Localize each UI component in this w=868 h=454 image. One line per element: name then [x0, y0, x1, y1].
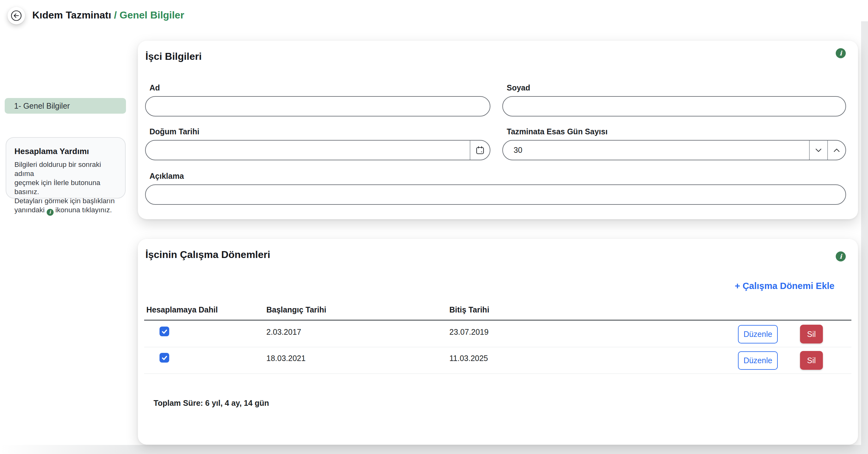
help-line-4a: yanındaki — [14, 206, 44, 214]
end-date: 11.03.2025 — [450, 354, 488, 363]
page-title-main: Kıdem Tazminatı — [32, 9, 111, 21]
info-icon[interactable]: i — [836, 252, 846, 261]
page: Kıdem Tazminatı / Genel Bilgiler 1- Gene… — [0, 0, 868, 454]
page-bottom-gutter — [0, 445, 868, 454]
chevron-down-icon[interactable] — [810, 147, 827, 154]
work-periods-title: İşcinin Çalışma Dönemleri — [146, 249, 270, 260]
include-checkbox[interactable] — [159, 353, 169, 363]
start-date: 2.03.2017 — [266, 327, 301, 336]
row-divider — [144, 347, 851, 347]
ad-input[interactable] — [145, 96, 490, 117]
add-work-period-link[interactable]: + Çalışma Dönemi Ekle — [735, 281, 834, 291]
field-dogum-tarihi: Doğum Tarihi — [145, 127, 490, 160]
gun-sayisi-label: Tazminata Esas Gün Sayısı — [507, 127, 846, 136]
delete-button[interactable]: Sil — [800, 325, 823, 344]
help-line-3: Detayları görmek için başlıkların — [14, 197, 115, 205]
soyad-label: Soyad — [507, 83, 846, 92]
table-header-included: Hesaplamaya Dahil — [146, 305, 218, 314]
field-ad: Ad — [145, 83, 490, 117]
table-header-start: Başlangıç Tarihi — [266, 305, 326, 314]
delete-button[interactable]: Sil — [800, 351, 823, 370]
page-right-gutter — [861, 21, 868, 445]
gun-sayisi-input[interactable]: 30 — [502, 140, 846, 160]
table-header-end: Bitiş Tarihi — [450, 305, 489, 314]
soyad-input[interactable] — [502, 96, 846, 117]
arrow-left-circle-icon — [10, 9, 23, 22]
table-header-rule — [144, 320, 851, 321]
include-checkbox[interactable] — [159, 327, 169, 336]
info-icon: i — [47, 209, 54, 216]
sidebar-item-label: 1- Genel Bilgiler — [14, 101, 70, 110]
help-title: Hesaplama Yardımı — [14, 147, 117, 156]
help-line-2: geçmek için İlerle butonuna basınız. — [14, 179, 100, 196]
page-title: Kıdem Tazminatı / Genel Bilgiler — [32, 9, 184, 21]
total-duration: Toplam Süre: 6 yıl, 4 ay, 14 gün — [154, 398, 269, 408]
dogum-tarihi-label: Doğum Tarihi — [150, 127, 490, 136]
start-date: 18.03.2021 — [266, 354, 306, 363]
aciklama-input[interactable] — [145, 185, 846, 205]
help-line-4b: ikonuna tıklayınız. — [56, 206, 112, 214]
back-button[interactable] — [7, 7, 25, 25]
help-text: Bilgileri doldurup bir sonraki adıma geç… — [14, 160, 117, 216]
edit-button[interactable]: Düzenle — [738, 325, 778, 344]
field-soyad: Soyad — [502, 83, 846, 117]
end-date: 23.07.2019 — [450, 327, 489, 336]
dogum-tarihi-input[interactable] — [145, 140, 490, 160]
info-icon[interactable]: i — [836, 48, 846, 58]
help-card: Hesaplama Yardımı Bilgileri doldurup bir… — [6, 137, 126, 198]
ad-label: Ad — [150, 83, 490, 92]
field-aciklama: Açıklama — [145, 171, 846, 205]
gun-sayisi-value: 30 — [503, 145, 522, 155]
field-gun-sayisi: Tazminata Esas Gün Sayısı 30 — [502, 127, 846, 160]
chevron-up-icon[interactable] — [828, 147, 845, 154]
worker-info-card: İşci Bilgileri i Ad Soyad Doğum Tarihi — [138, 41, 858, 219]
breadcrumb: / Genel Bilgiler — [114, 9, 184, 21]
row-divider — [144, 374, 851, 374]
worker-info-title: İşci Bilgileri — [146, 51, 202, 62]
edit-button[interactable]: Düzenle — [738, 351, 778, 370]
aciklama-label: Açıklama — [150, 171, 846, 181]
calendar-icon[interactable] — [470, 145, 490, 156]
help-line-1: Bilgileri doldurup bir sonraki adıma — [14, 161, 101, 177]
sidebar-item-genel-bilgiler[interactable]: 1- Genel Bilgiler — [5, 98, 126, 114]
work-periods-card: İşcinin Çalışma Dönemleri i + Çalışma Dö… — [138, 239, 858, 445]
